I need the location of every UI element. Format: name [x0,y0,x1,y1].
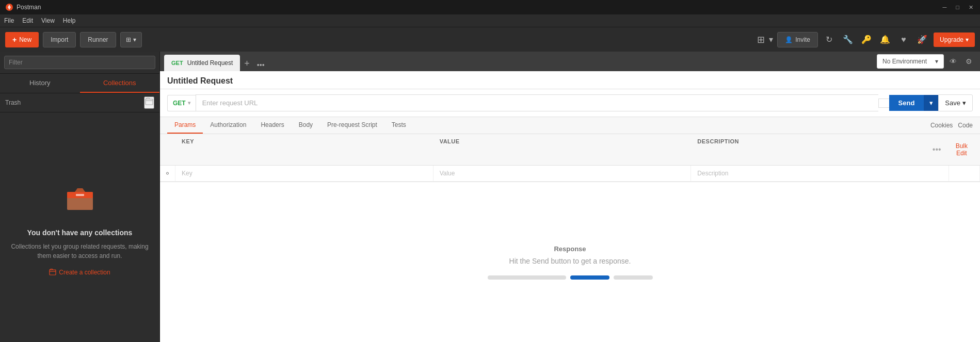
layout-dropdown-icon: ▾ [133,36,136,43]
notifications-button[interactable]: 🔔 [878,32,892,47]
row-actions-cell [949,166,980,181]
menu-help[interactable]: Help [63,17,76,24]
new-button[interactable]: + New [5,32,39,47]
close-button[interactable]: ✕ [967,4,975,11]
grid-view-button[interactable]: ⊞ [757,34,765,45]
sidebar-trash-link[interactable]: Trash [5,99,21,106]
menu-file[interactable]: File [4,17,14,24]
url-params-badge [878,99,889,108]
menu-view[interactable]: View [41,17,55,24]
col-checkbox [160,134,175,165]
request-subtabs: Params Authorization Headers Body Pre-re… [160,117,980,134]
response-placeholder-text: Hit the Send button to get a response. [509,257,631,265]
heart-button[interactable]: ♥ [896,32,911,47]
key-input[interactable] [182,170,427,177]
response-bar-segment-3 [614,275,653,280]
env-eye-button[interactable]: 👁 [947,55,959,68]
col-actions: ••• Bulk Edit [949,134,980,165]
subtab-pre-request-script[interactable]: Pre-request Script [320,117,384,134]
eye-icon: 👁 [950,57,957,66]
main-layout: History Collections Trash You don't have [0,52,980,342]
wrench-button[interactable]: 🔑 [859,32,874,47]
menu-edit[interactable]: Edit [22,17,33,24]
environment-dropdown[interactable]: No Environment ▾ [877,54,944,69]
subtab-body[interactable]: Body [292,117,320,134]
sync-button[interactable]: ↻ [822,32,837,47]
upgrade-label: Upgrade [940,36,963,43]
sidebar-tab-history[interactable]: History [0,74,80,93]
response-bar-segment-1 [488,275,566,280]
send-button[interactable]: Send [889,95,924,111]
rocket-icon: 🚀 [917,35,927,44]
runner-button[interactable]: Runner [80,32,116,47]
params-empty-row [160,166,980,182]
send-dropdown-arrow: ▾ [929,99,933,107]
grid-icon: ⊞ [757,34,765,45]
save-dropdown-arrow: ▾ [962,99,966,107]
grid-dropdown-button[interactable]: ▾ [769,35,773,44]
upgrade-button[interactable]: Upgrade ▾ [934,32,975,47]
row-key-cell[interactable] [175,166,433,181]
value-input[interactable] [440,170,685,177]
tabs-left: GET Untitled Request + ••• [160,52,872,71]
url-bar: GET ▾ Send ▾ Save ▾ [160,89,980,117]
custom-layout-button[interactable]: ⊞ ▾ [120,32,142,47]
response-area: Response Hit the Send button to get a re… [160,182,980,342]
import-button[interactable]: Import [43,32,76,47]
menu-bar: File Edit View Help [0,14,980,27]
col-key: KEY [175,134,433,165]
method-label: GET [173,100,186,107]
toolbar: + New Import Runner ⊞ ▾ ⊞ ▾ 👤 Invite ↻ 🔧… [0,27,980,52]
new-label: New [19,36,31,43]
sidebar-new-folder-button[interactable] [144,96,154,109]
sidebar-search-input[interactable] [4,56,155,69]
rocket-button[interactable]: 🚀 [915,32,929,47]
description-input[interactable] [697,170,942,177]
bulk-edit-button[interactable]: Bulk Edit [950,138,974,161]
url-input[interactable] [196,94,878,111]
subtab-params[interactable]: Params [167,117,203,134]
wrench-icon: 🔑 [861,35,872,44]
add-tab-button[interactable]: + [241,58,253,69]
cookies-link[interactable]: Cookies [930,122,953,129]
interceptor-icon: 🔧 [843,35,853,44]
create-collection-label: Create a collection [59,269,110,276]
sidebar-search-area [0,52,159,74]
create-collection-button[interactable]: Create a collection [49,269,110,276]
content-area: GET Untitled Request + ••• No Environmen… [160,52,980,342]
code-link[interactable]: Code [958,122,973,129]
subtab-headers[interactable]: Headers [253,117,291,134]
send-dropdown-button[interactable]: ▾ [924,95,938,111]
method-select[interactable]: GET ▾ [167,95,196,111]
request-tab-active[interactable]: GET Untitled Request [164,55,240,71]
new-plus-icon: + [12,36,17,44]
row-value-cell[interactable] [433,166,692,181]
request-title-bar: Untitled Request [160,71,980,89]
interceptor-button[interactable]: 🔧 [841,32,855,47]
tab-method-label: GET [171,60,183,66]
invite-button[interactable]: 👤 Invite [777,32,818,47]
params-table: KEY VALUE DESCRIPTION ••• Bulk Edit [160,134,980,182]
maximize-button[interactable]: □ [954,4,961,10]
col-description: DESCRIPTION [691,134,949,165]
row-description-cell[interactable] [691,166,949,181]
sync-icon: ↻ [826,35,832,44]
request-title: Untitled Request [167,76,233,86]
minimize-button[interactable]: ─ [941,4,949,10]
collections-empty-icon [59,179,101,220]
upgrade-dropdown-icon: ▾ [966,36,969,43]
env-settings-button[interactable]: ⚙ [962,55,975,68]
params-more-button[interactable]: ••• [926,141,947,158]
subtab-authorization[interactable]: Authorization [203,117,253,134]
response-bar-segment-2 [570,275,609,280]
save-button[interactable]: Save ▾ [938,94,973,111]
params-table-header: KEY VALUE DESCRIPTION ••• Bulk Edit [160,134,980,166]
sidebar-tab-collections[interactable]: Collections [80,74,160,93]
response-section-label: Response [554,245,586,253]
tabs-more-button[interactable]: ••• [254,61,268,69]
row-checkbox[interactable] [166,170,169,176]
subtab-tests[interactable]: Tests [384,117,413,134]
response-loading-bar [488,275,653,280]
sidebar-empty-state: You don't have any collections Collectio… [0,112,159,342]
save-label: Save [945,99,960,107]
